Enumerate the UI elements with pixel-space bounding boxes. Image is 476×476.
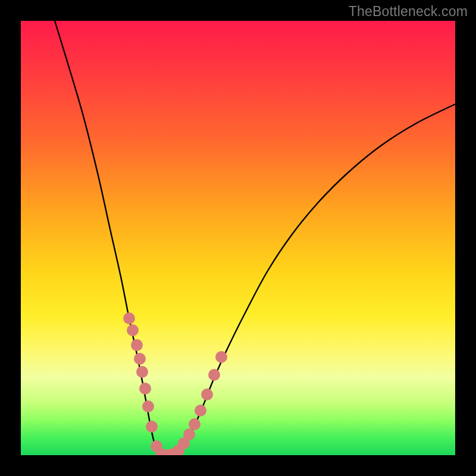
scatter-point bbox=[127, 324, 139, 336]
scatter-point bbox=[142, 400, 154, 412]
scatter-point bbox=[146, 421, 158, 433]
scatter-point bbox=[189, 418, 201, 430]
bottleneck-curve bbox=[55, 21, 455, 455]
chart-svg bbox=[21, 21, 455, 455]
scatter-point bbox=[215, 351, 227, 363]
scatter-point bbox=[183, 428, 195, 440]
chart-frame: TheBottleneck.com bbox=[0, 0, 476, 476]
scatter-point bbox=[131, 339, 143, 351]
scatter-point bbox=[195, 405, 206, 416]
scatter-point bbox=[208, 369, 220, 381]
scatter-point bbox=[123, 312, 135, 324]
scatter-point bbox=[136, 366, 148, 378]
plot-area bbox=[21, 21, 455, 455]
scatter-point bbox=[134, 353, 146, 365]
scatter-point bbox=[139, 383, 151, 394]
scatter-point bbox=[201, 389, 213, 400]
watermark-text: TheBottleneck.com bbox=[349, 4, 468, 20]
